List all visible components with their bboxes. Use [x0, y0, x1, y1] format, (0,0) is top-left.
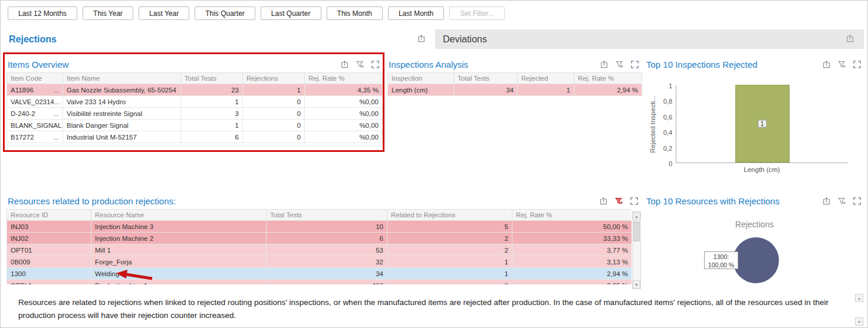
scroll-up-button[interactable]: ▲ — [633, 212, 640, 220]
total-tests: 6 — [181, 131, 243, 143]
vertical-scrollbar[interactable]: ▲ ▼ — [632, 211, 641, 289]
total-tests: 3 — [181, 108, 243, 120]
expand-icon[interactable] — [371, 60, 380, 69]
export-icon[interactable] — [822, 60, 831, 69]
bar-length-cm[interactable]: 1 — [735, 85, 790, 163]
clear-filter-icon[interactable] — [615, 60, 624, 69]
col-rejected[interactable]: Rejected — [518, 73, 574, 84]
clear-filter-icon[interactable] — [837, 197, 846, 206]
y-axis-ticks: 1 0,8 0,6 0,4 0,2 0 — [658, 85, 676, 163]
col-rej-rate[interactable]: Rej. Rate % — [574, 73, 642, 84]
item-code: B17272 — [11, 134, 34, 141]
tab-rejections[interactable]: Rejections — [1, 29, 435, 49]
export-icon[interactable] — [822, 197, 831, 206]
table-row[interactable]: VALVE_02314... Valve 233 14 Hydro 1 0 %0… — [7, 96, 383, 108]
rej-rate: 33,33 % — [512, 233, 632, 244]
resource-id: INJ03 — [7, 221, 91, 233]
table-row[interactable]: Length (cm) 34 1 2,94 % — [388, 84, 642, 96]
top10-inspections-toolbar — [822, 60, 862, 69]
table-row[interactable]: A11896... Gas Nozzle Subassembly, 65-502… — [7, 84, 383, 96]
truncation-ellipsis: ... — [53, 134, 59, 141]
col-total-tests[interactable]: Total Tests — [181, 73, 243, 84]
inspections-analysis-toolbar — [600, 60, 639, 69]
table-row[interactable]: INJ02 Injection Machine 2 6 2 33,33 % — [7, 233, 632, 244]
export-icon[interactable] — [340, 60, 349, 69]
table-row-clipped[interactable]: OPTL1 Production Line 1 113 3 2,65 % — [7, 280, 632, 285]
callout-line1: 1300: — [705, 253, 738, 261]
export-icon[interactable] — [599, 197, 608, 206]
y-tick: 0,8 — [663, 98, 672, 105]
col-related-to-rejections[interactable]: Related to Rejections — [387, 210, 512, 221]
footer-scroll-up-button[interactable]: ▲ — [855, 294, 863, 302]
total-tests: 32 — [267, 256, 387, 268]
items-overview-table: Item Code Item Name Total Tests Rejectio… — [6, 72, 383, 143]
table-row[interactable]: OPT01 Mill 1 53 2 3,77 % — [7, 244, 632, 256]
tab-deviations[interactable]: Deviations — [435, 29, 864, 49]
filter-set-filter: Set Filter... — [449, 6, 504, 20]
filter-this-quarter[interactable]: This Quarter — [195, 6, 255, 20]
rejections: 0 — [243, 131, 305, 143]
filter-last-12-months[interactable]: Last 12 Months — [8, 6, 77, 20]
expand-icon[interactable] — [853, 197, 862, 206]
expand-icon[interactable] — [630, 197, 639, 206]
table-row-selected[interactable]: 1300 Welding 34 1 2,94 % — [7, 268, 632, 280]
table-row[interactable]: 0B009 Forge_Forja 32 1 3,13 % — [7, 256, 632, 268]
rej-rate: %0,00 — [305, 96, 383, 108]
table-row[interactable]: B17272... Industrial Unit M-52157 6 0 %0… — [7, 131, 383, 143]
scrollbar-thumb[interactable] — [633, 221, 640, 241]
col-rej-rate[interactable]: Rej. Rate % — [305, 73, 383, 84]
scroll-down-button[interactable]: ▼ — [633, 280, 640, 289]
expand-icon[interactable] — [630, 60, 639, 69]
table-row[interactable]: BLANK_SIGNAL... Blank Danger Signal 1 0 … — [7, 120, 383, 131]
inspection: Length (cm) — [388, 84, 454, 96]
clear-filter-icon[interactable] — [356, 60, 364, 69]
total-tests: 113 — [267, 280, 387, 285]
item-name: Industrial Unit M-52157 — [63, 131, 181, 143]
related-to-rejections: 1 — [387, 268, 512, 280]
table-row[interactable]: INJ03 Injection Machine 3 10 5 50,00 % — [7, 221, 632, 233]
resource-name: Injection Machine 3 — [91, 221, 267, 233]
clear-filter-icon[interactable] — [837, 60, 846, 69]
rej-rate: 2,65 % — [512, 280, 632, 285]
item-code: VALVE_02314 — [11, 98, 54, 105]
filter-last-quarter[interactable]: Last Quarter — [261, 6, 321, 20]
col-item-code[interactable]: Item Code — [7, 73, 63, 84]
col-inspection[interactable]: Inspection — [388, 73, 454, 84]
truncation-ellipsis: ... — [53, 110, 59, 117]
col-total-tests[interactable]: Total Tests — [267, 210, 387, 221]
filter-last-year[interactable]: Last Year — [139, 6, 189, 20]
pie-slice-1300[interactable] — [733, 237, 779, 283]
table-header-row: Inspection Total Tests Rejected Rej. Rat… — [388, 73, 642, 84]
col-resource-id[interactable]: Resource ID — [7, 210, 91, 221]
item-code: D-240-2 — [11, 110, 35, 117]
rejections: 1 — [243, 84, 305, 96]
filter-last-month[interactable]: Last Month — [388, 6, 444, 20]
col-rejections[interactable]: Rejections — [243, 73, 305, 84]
expand-icon[interactable] — [853, 60, 862, 69]
filter-this-year[interactable]: This Year — [83, 6, 133, 20]
rejections: 0 — [243, 108, 305, 120]
footer-scroll-down-button[interactable]: ▼ — [855, 317, 863, 326]
export-icon[interactable] — [600, 60, 609, 69]
item-name: Visibilité restreinte Signal — [63, 108, 181, 120]
top10-inspections-panel: Top 10 Inspections Rejected Rejected Ins… — [645, 55, 864, 187]
table-row[interactable]: D-240-2... Visibilité restreinte Signal … — [7, 108, 383, 120]
export-icon[interactable] — [417, 34, 426, 43]
col-resource-name[interactable]: Resource Name — [91, 210, 267, 221]
rej-rate: %0,00 — [305, 131, 383, 143]
resource-name: Injection Machine 2 — [91, 233, 267, 244]
x-axis-label: Length (cm) — [676, 166, 848, 173]
total-tests: 34 — [267, 268, 387, 280]
resource-name: Forge_Forja — [91, 256, 267, 268]
rejections-dashboard: Last 12 Months This Year Last Year This … — [0, 0, 868, 328]
col-rej-rate[interactable]: Rej. Rate % — [512, 210, 632, 221]
col-item-name[interactable]: Item Name — [63, 73, 181, 84]
clear-filter-icon[interactable] — [614, 197, 623, 206]
top10-resources-title: Top 10 Resources with Rejections — [646, 196, 780, 206]
y-tick: 1 — [669, 82, 672, 90]
filter-this-month[interactable]: This Month — [327, 6, 383, 20]
export-icon[interactable] — [846, 34, 854, 43]
item-name: Gas Nozzle Subassembly, 65-50254 — [63, 84, 181, 96]
col-total-tests[interactable]: Total Tests — [454, 73, 518, 84]
total-tests: 34 — [454, 84, 518, 96]
